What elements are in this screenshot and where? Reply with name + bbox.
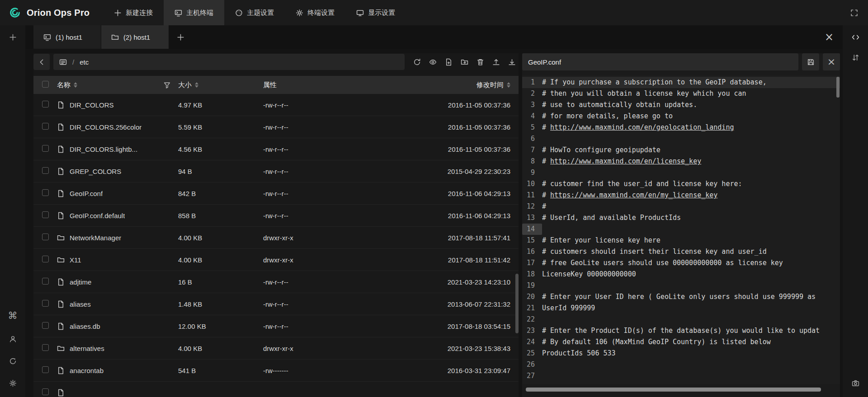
back-button[interactable] <box>33 54 50 70</box>
editor-line[interactable]: 11# https://www.maxmind.com/en/my_licens… <box>522 190 840 201</box>
column-header-name[interactable]: 名称 <box>57 81 178 89</box>
orion-button[interactable] <box>9 357 17 365</box>
menu-item-theme-settings[interactable]: 主题设置 <box>224 0 285 25</box>
editor-line[interactable]: 1# If you purchase a subscription to the… <box>522 77 840 88</box>
table-row[interactable]: aliases.db 12.00 KB -rw-r--r-- 2017-08-1… <box>33 315 519 337</box>
row-checkbox[interactable] <box>42 322 49 329</box>
table-row[interactable]: DIR_COLORS.256color 5.59 KB -rw-r--r-- 2… <box>33 116 519 138</box>
table-row[interactable]: NetworkManager 4.00 KB drwxr-xr-x 2017-0… <box>33 227 519 249</box>
editor-line[interactable]: 13# UserId, and available ProductIds <box>522 212 840 224</box>
sort-order-button[interactable] <box>852 54 859 61</box>
row-checkbox[interactable] <box>42 189 49 196</box>
row-checkbox[interactable] <box>42 300 49 307</box>
editor-line[interactable]: 5# http://www.maxmind.com/en/geolocation… <box>522 122 840 133</box>
delete-button[interactable] <box>473 55 487 69</box>
table-row[interactable]: anacrontab 541 B -rw------- 2016-03-31 2… <box>33 360 519 382</box>
new-folder-button[interactable] <box>458 55 471 69</box>
row-checkbox[interactable] <box>42 211 49 218</box>
editor-horizontal-scrollbar[interactable] <box>524 388 838 392</box>
settings-button[interactable] <box>9 379 17 387</box>
sort-arrows-icon[interactable] <box>507 82 510 88</box>
table-row-partial[interactable] <box>33 382 519 397</box>
editor-line[interactable]: 3# use to automatically obtain updates. <box>522 99 840 111</box>
table-row[interactable]: adjtime 16 B -rw-r--r-- 2021-03-23 14:23… <box>33 271 519 293</box>
download-button[interactable] <box>505 55 519 69</box>
url-link[interactable]: http://www.maxmind.com/en/license_key <box>550 157 701 165</box>
row-checkbox[interactable] <box>42 234 49 240</box>
select-all-checkbox[interactable] <box>42 81 49 88</box>
editor-vertical-scrollbar[interactable] <box>836 77 840 98</box>
editor-line[interactable]: 14 <box>522 224 840 235</box>
editor-line[interactable]: 12# <box>522 201 840 212</box>
editor-line[interactable]: 6 <box>522 133 840 145</box>
editor-line[interactable]: 25ProductIds 506 533 <box>522 348 840 359</box>
profile-button[interactable] <box>9 335 17 343</box>
table-row[interactable]: X11 4.00 KB drwxr-xr-x 2017-08-18 11:51:… <box>33 249 519 271</box>
editor-line[interactable]: 9 <box>522 167 840 178</box>
menu-item-display-settings[interactable]: 显示设置 <box>345 0 406 25</box>
new-tab-button[interactable] <box>169 25 192 49</box>
file-table-scrollbar[interactable] <box>515 274 519 333</box>
table-row[interactable]: DIR_COLORS 4.97 KB -rw-r--r-- 2016-11-05… <box>33 94 519 116</box>
editor-line[interactable]: 22 <box>522 314 840 325</box>
refresh-button[interactable] <box>410 55 424 69</box>
editor-line[interactable]: 18LicenseKey 000000000000 <box>522 269 840 280</box>
editor-line[interactable]: 7# HowTo configure geoipupdate <box>522 145 840 156</box>
table-row[interactable]: GREP_COLORS 94 B -rw-r--r-- 2015-04-29 2… <box>33 160 519 182</box>
url-link[interactable]: http://www.maxmind.com/en/geolocation_la… <box>550 123 734 131</box>
table-row[interactable]: alternatives 4.00 KB drwxr-xr-x 2021-03-… <box>33 337 519 360</box>
new-file-button[interactable] <box>442 55 455 69</box>
screenshot-button[interactable] <box>852 379 859 387</box>
editor-line[interactable]: 21UserId 999999 <box>522 303 840 314</box>
editor-line[interactable]: 16# customers should insert their licens… <box>522 246 840 257</box>
close-panel-button[interactable]: × <box>816 25 843 49</box>
row-checkbox[interactable] <box>42 167 49 174</box>
sort-arrows-icon[interactable] <box>74 82 77 88</box>
editor-line[interactable]: 23# Enter the Product ID(s) of the datab… <box>522 325 840 336</box>
column-header-mtime[interactable]: 修改时间 <box>389 81 519 89</box>
menu-item-host-terminal[interactable]: 主机终端 <box>164 0 224 25</box>
code-view-button[interactable] <box>852 33 859 41</box>
sort-arrows-icon[interactable] <box>195 82 198 88</box>
tab-2[interactable]: (2) host1 <box>101 25 169 49</box>
shortcuts-button[interactable]: ⌘ <box>8 311 18 321</box>
row-checkbox[interactable] <box>42 123 49 130</box>
editor-line[interactable]: 24# By default 106 (MaxMind GeoIP Countr… <box>522 336 840 348</box>
table-row[interactable]: GeoIP.conf.default 858 B -rw-r--r-- 2016… <box>33 205 519 227</box>
upload-button[interactable] <box>489 55 503 69</box>
editor-line[interactable]: 2# then you will obtain a license key wh… <box>522 88 840 99</box>
breadcrumb-path[interactable]: etc <box>80 58 89 66</box>
new-tab-button[interactable] <box>9 33 17 41</box>
table-row[interactable]: DIR_COLORS.lightb... 4.56 KB -rw-r--r-- … <box>33 138 519 160</box>
editor-line[interactable]: 17# free GeoLite users should use 000000… <box>522 257 840 269</box>
editor-line[interactable]: 4# for more details, please go to <box>522 111 840 122</box>
row-checkbox[interactable] <box>42 278 49 285</box>
fullscreen-button[interactable] <box>850 9 858 17</box>
row-checkbox[interactable] <box>42 145 49 152</box>
column-header-size[interactable]: 大小 <box>178 81 263 89</box>
row-checkbox[interactable] <box>42 101 49 107</box>
row-checkbox[interactable] <box>42 366 49 373</box>
filter-icon[interactable] <box>163 81 171 89</box>
code-editor[interactable]: 1# If you purchase a subscription to the… <box>522 75 840 384</box>
editor-line[interactable]: 15# Enter your license key here <box>522 235 840 246</box>
editor-line[interactable]: 26 <box>522 359 840 370</box>
save-button[interactable] <box>802 53 819 70</box>
editor-line[interactable]: 27 <box>522 370 840 382</box>
editor-line[interactable]: 20# Enter your User ID here ( GeoLite on… <box>522 291 840 303</box>
table-row[interactable]: aliases 1.48 KB -rw-r--r-- 2013-06-07 22… <box>33 293 519 315</box>
menu-item-terminal-settings[interactable]: 终端设置 <box>285 0 345 25</box>
row-checkbox[interactable] <box>42 256 49 262</box>
menu-item-new-connection[interactable]: 新建连接 <box>103 0 164 25</box>
editor-line[interactable]: 10# customer find the user_id and licens… <box>522 178 840 190</box>
close-editor-button[interactable]: × <box>823 53 840 70</box>
tab-1[interactable]: (1) host1 <box>33 25 101 49</box>
preview-button[interactable] <box>426 55 439 69</box>
url-link[interactable]: https://www.maxmind.com/en/my_license_ke… <box>550 191 717 199</box>
breadcrumb[interactable]: / etc <box>53 54 405 70</box>
row-checkbox[interactable] <box>42 388 49 395</box>
table-row[interactable]: GeoIP.conf 842 B -rw-r--r-- 2016-11-06 0… <box>33 182 519 205</box>
row-checkbox[interactable] <box>42 344 49 351</box>
editor-line[interactable]: 8# http://www.maxmind.com/en/license_key <box>522 156 840 167</box>
scrollbar-thumb[interactable] <box>526 388 821 392</box>
